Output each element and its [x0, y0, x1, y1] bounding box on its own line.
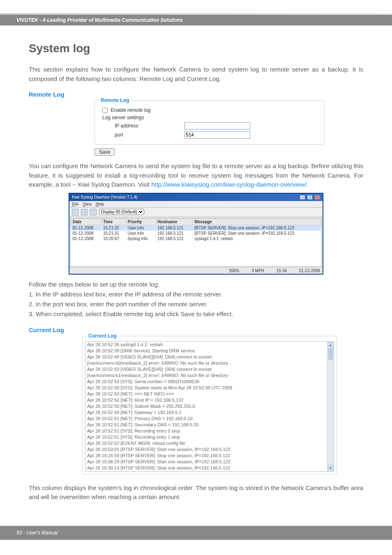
kiwi-titlebar: Kiwi Syslog Daemon (Version 7.1.4) – □ × — [69, 194, 323, 201]
cell-time: 15:21:31 — [101, 231, 125, 236]
page-content: System log This section explains how to … — [0, 25, 392, 513]
log-line: Apr 28 10:52:35 syslogd 1.4.1: restart. — [85, 342, 327, 348]
kiwi-row[interactable]: 01-12-2008 15:21:32 User.Info 192.168.5.… — [71, 225, 321, 231]
log-line: Apr 28 10:52:52 [EVENT MGR]: reload conf… — [85, 440, 327, 446]
footer-text: 50 - User's Manual — [16, 530, 58, 536]
toolbar-btn-3[interactable] — [90, 209, 97, 215]
enable-remote-row: Enable remote log — [102, 107, 317, 113]
log-line: Apr 28 10:52:50 [SYS]: Serial number = 0… — [85, 379, 327, 385]
menu-help[interactable]: Help — [96, 202, 104, 206]
kiwi-menu: File View Help — [69, 201, 323, 207]
brand-header: VIVOTEK - A Leading Provider of Multimed… — [0, 15, 392, 25]
remote-body-suffix: . — [307, 181, 308, 188]
current-log-panel: Current Log ▴ ▾ Apr 28 10:52:35 syslogd … — [82, 336, 337, 474]
remote-log-heading: Remote Log — [29, 91, 363, 98]
close-icon[interactable]: × — [314, 195, 320, 200]
port-input[interactable] — [184, 131, 250, 139]
top-border — [0, 0, 392, 15]
remote-log-panel: Remote Log Enable remote log Log server … — [95, 100, 325, 145]
cell-date: 01-12-2008 — [71, 236, 101, 241]
scroll-down-icon[interactable]: ▾ — [327, 465, 334, 471]
kiwi-header-row: Date Time Priority Hostname Message — [71, 218, 321, 225]
page-title: System log — [29, 42, 363, 55]
intro-text: This section explains how to configure t… — [29, 65, 363, 83]
col-hostname[interactable]: Hostname — [155, 218, 192, 225]
toolbar-btn-2[interactable] — [81, 209, 88, 215]
remote-log-legend: Remote Log — [99, 97, 131, 103]
cell-msg: [RTSP SERVER]: Stop one session, IP=192.… — [193, 225, 321, 231]
kiwi-pad — [71, 241, 321, 266]
ip-label: IP address — [102, 123, 184, 129]
cell-time: 15:21:32 — [101, 225, 125, 231]
kiwi-toolbar: Display 00 (Default) — [69, 207, 323, 217]
current-log-heading: Current Log — [29, 326, 363, 333]
log-scrollbar[interactable]: ▴ ▾ — [327, 342, 334, 471]
col-priority[interactable]: Priority — [126, 218, 156, 225]
save-button[interactable]: Save — [95, 148, 115, 156]
kiwi-row[interactable]: 01-12-2008 15:21:31 User.Info 192.168.5.… — [71, 231, 321, 236]
log-line: Apr 28 15:06:29 [RTSP SERVER]: Start one… — [85, 459, 327, 465]
step-1: 1. In the IP address text box, enter the… — [29, 289, 363, 299]
menu-file[interactable]: File — [72, 202, 78, 206]
col-message[interactable]: Message — [193, 218, 321, 225]
current-body: This column displays the system's log in… — [29, 483, 363, 502]
col-date[interactable]: Date — [71, 218, 101, 225]
scroll-up-icon[interactable]: ▴ — [327, 342, 334, 348]
enable-remote-label: Enable remote log — [111, 107, 150, 113]
log-line: Apr 28 10:52:50 [NET]: Subnet Mask = 255… — [85, 403, 327, 409]
log-line: Apr 28 10:52:49 [VIDEO SLAVE][534]: [304… — [85, 354, 327, 360]
step-2: 2. In the port text box, enter the port … — [29, 299, 363, 309]
status-rate: 3 MPH — [251, 268, 264, 273]
cell-date: 01-12-2008 — [71, 225, 101, 231]
col-time[interactable]: Time — [101, 218, 125, 225]
log-server-settings-label: Log server settings — [102, 115, 144, 120]
kiwi-window: Kiwi Syslog Daemon (Version 7.1.4) – □ ×… — [69, 193, 323, 275]
log-line: Apr 28 10:52:39 [DRM Service]: Starting … — [85, 348, 327, 354]
kiwi-window-controls: – □ × — [299, 195, 320, 200]
log-line: [/var/run/venc/s0/mediasck_2] error!, ER… — [85, 360, 327, 366]
step-3: 3. When completed, select Enable remote … — [29, 309, 363, 319]
menu-view[interactable]: View — [83, 202, 92, 206]
scroll-thumb[interactable] — [328, 348, 333, 360]
port-row: port — [102, 131, 317, 139]
cell-priority: User.Info — [126, 231, 156, 236]
remote-body: You can configure the Network Camera to … — [29, 162, 363, 190]
kiwi-row[interactable]: 01-12-2008 15:20:47 Syslog.Info 192.168.… — [71, 236, 321, 241]
maximize-icon[interactable]: □ — [307, 195, 313, 200]
steps-block: Follow the steps below to set up the rem… — [29, 280, 363, 319]
ip-input[interactable] — [184, 122, 250, 130]
log-line: Apr 28 14:15:59 [RTSP SERVER]: Stop one … — [85, 453, 327, 459]
port-label: port — [102, 132, 184, 138]
steps-lead: Follow the steps below to set up the rem… — [29, 280, 363, 289]
log-line: Apr 28 10:53:01 [RTSP SERVER]: Start one… — [85, 446, 327, 453]
kiwi-link[interactable]: http://www.kiwisyslog.com/kiwi-syslog-da… — [151, 181, 307, 188]
cell-host: 192.168.5.121 — [155, 231, 192, 236]
cell-date: 01-12-2008 — [71, 231, 101, 236]
cell-msg: syslogd 1.4.1: restart. — [193, 236, 321, 241]
cell-time: 15:20:47 — [101, 236, 125, 241]
toolbar-btn-1[interactable] — [72, 209, 78, 215]
display-select[interactable]: Display 00 (Default) — [99, 209, 144, 215]
log-line: Apr 28 10:52:51 [SYS]: Recording entry 0… — [85, 428, 327, 434]
minimize-icon[interactable]: – — [300, 195, 305, 200]
log-line: Apr 28 10:52:51 [SYS]: Recording entry 1… — [85, 434, 327, 440]
kiwi-body: 01-12-2008 15:21:32 User.Info 192.168.5.… — [71, 225, 321, 266]
kiwi-title-text: Kiwi Syslog Daemon (Version 7.1.4) — [72, 195, 138, 199]
footer-bar: 50 - User's Manual — [0, 526, 392, 540]
status-time: 15:34 — [277, 268, 287, 273]
log-line: Apr 28 10:52:51 [NET]: Secondary DNS = 1… — [85, 422, 327, 428]
brand-text: VIVOTEK - A Leading Provider of Multimed… — [16, 17, 183, 23]
log-line: Apr 28 10:52:50 [NET]: Gateway = 192.168… — [85, 409, 327, 416]
log-line: [/var/run/venc/s1/mediasck_2] error!, ER… — [85, 372, 327, 379]
log-line: Apr 28 10:52:50 [NET]: === NET INFO === — [85, 391, 327, 397]
cell-host: 192.168.5.121 — [155, 225, 192, 231]
log-line: Apr 28 15:30:13 [RTSP SERVER]: Stop one … — [85, 465, 327, 471]
ip-row: IP address — [102, 122, 317, 130]
cell-msg: [RTSP SERVER]: Start one session, IP=192… — [193, 231, 321, 236]
current-log-legend: Current Log — [87, 333, 118, 339]
kiwi-statusbar: 100% 3 MPH 15:34 01-12-2008 — [69, 267, 323, 274]
cell-priority: Syslog.Info — [126, 236, 156, 241]
enable-remote-checkbox[interactable] — [102, 108, 108, 113]
log-line: Apr 28 10:52:50 [NET]: Host IP = 192.168… — [85, 397, 327, 403]
cell-host: 192.168.5.121 — [155, 236, 192, 241]
